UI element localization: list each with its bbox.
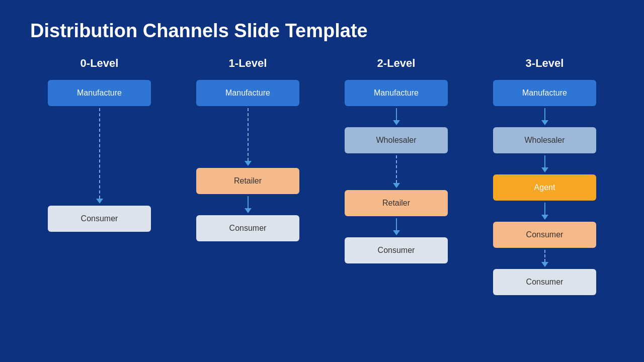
slide-title: Distribution Channels Slide Template: [30, 20, 614, 42]
arrow-solid-3c: [541, 203, 548, 220]
chain-1: Manufacture Retailer Consumer: [179, 80, 317, 241]
box-manufacture-1: Manufacture: [196, 80, 299, 106]
column-3-level: 3-Level Manufacture Wholesaler Agent: [475, 57, 614, 342]
box-manufacture-0: Manufacture: [48, 80, 151, 106]
arrow-solid-3a: [541, 108, 548, 125]
columns-container: 0-Level Manufacture Consumer 1-Level: [30, 57, 614, 342]
level-label-3: 3-Level: [526, 57, 564, 70]
box-retailer-2: Retailer: [345, 190, 448, 216]
chain-2: Manufacture Wholesaler Retailer: [327, 80, 465, 263]
box-agent-3: Agent: [493, 174, 596, 201]
column-1-level: 1-Level Manufacture Retailer: [179, 57, 317, 342]
arrow-dashed-1: [245, 108, 252, 166]
box-consumer-2: Consumer: [345, 237, 448, 263]
box-retailer-1: Retailer: [196, 168, 299, 194]
chain-3: Manufacture Wholesaler Agent: [475, 80, 614, 295]
box-manufacture-2: Manufacture: [345, 80, 448, 106]
arrow-solid-2a: [393, 108, 400, 125]
box-retailer-3: Consumer: [493, 222, 596, 248]
box-manufacture-3: Manufacture: [493, 80, 596, 106]
arrow-solid-1: [245, 196, 252, 213]
box-consumer-1: Consumer: [196, 215, 299, 241]
level-label-0: 0-Level: [80, 57, 119, 70]
box-consumer-0: Consumer: [48, 206, 151, 232]
level-label-1: 1-Level: [229, 57, 267, 70]
box-wholesaler-2: Wholesaler: [345, 127, 448, 153]
level-label-2: 2-Level: [377, 57, 416, 70]
arrow-solid-3b: [541, 155, 548, 172]
arrow-dashed-0: [96, 108, 103, 204]
arrow-dashed-2: [393, 155, 400, 188]
slide: Distribution Channels Slide Template 0-L…: [0, 0, 644, 362]
arrow-solid-2b: [393, 218, 400, 235]
column-0-level: 0-Level Manufacture Consumer: [30, 57, 169, 342]
column-2-level: 2-Level Manufacture Wholesaler Retaile: [327, 57, 465, 342]
box-consumer-3: Consumer: [493, 269, 596, 295]
box-wholesaler-3: Wholesaler: [493, 127, 596, 153]
chain-0: Manufacture Consumer: [30, 80, 169, 232]
arrow-dashed-3: [541, 250, 548, 267]
